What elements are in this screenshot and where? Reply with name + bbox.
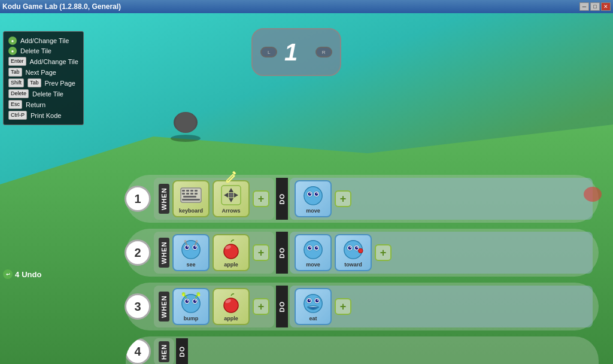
see-kodu-svg (180, 238, 202, 260)
eat-icon (302, 292, 324, 314)
menu-label-prev-page: Prev Page (45, 80, 75, 87)
svg-rect-10 (183, 196, 196, 198)
menu-prev-page[interactable]: Shift Tab Prev Page (8, 78, 78, 87)
see-tile-label: see (186, 262, 195, 268)
menu-add-change-1[interactable]: ● Add/Change Tile (8, 37, 78, 45)
menu-delete-tile[interactable]: Delete Delete Tile (8, 89, 78, 98)
undo-count: 4 (15, 270, 19, 279)
controller-left: L (260, 47, 277, 57)
svg-point-31 (195, 246, 196, 247)
when-add-btn-1[interactable]: + (253, 190, 269, 207)
eat-tile[interactable]: eat (295, 288, 332, 325)
menu-print-kode[interactable]: Ctrl-P Print Kode (8, 111, 78, 120)
undo-indicator[interactable]: ↩ 4 Undo (3, 269, 41, 279)
toward-tile-label: toward (344, 262, 362, 268)
svg-point-29 (193, 245, 197, 249)
toward-svg (342, 238, 365, 260)
toward-tile[interactable]: toward (335, 234, 372, 271)
svg-point-72 (315, 299, 319, 302)
controller-right: R (315, 47, 332, 57)
arrows-tile-label: Arrows (221, 208, 240, 214)
pencil-icon (224, 170, 239, 184)
bump-tile-label: bump (184, 316, 199, 321)
keyboard-tile-label: keyboard (179, 208, 203, 214)
do-separator-2: DO (276, 232, 288, 274)
svg-point-49 (355, 246, 359, 250)
bump-icon: ✦ ✦ (180, 292, 202, 314)
move-kodu-icon (302, 184, 324, 207)
controller-number: 1 (281, 34, 311, 71)
svg-rect-11 (182, 199, 200, 201)
do-label-3: DO (278, 301, 286, 313)
row-number-4: 4 (126, 338, 151, 364)
svg-point-51 (357, 247, 358, 248)
svg-point-71 (308, 299, 311, 302)
svg-point-73 (309, 299, 310, 301)
close-button[interactable]: ✕ (601, 2, 611, 11)
when-add-btn-2[interactable]: + (253, 244, 269, 261)
do-separator-4: DO (176, 338, 188, 365)
when-label-2: WHEN (159, 238, 169, 268)
menu-add-change-enter[interactable]: Enter Add/Change Tile (8, 57, 78, 66)
svg-rect-3 (186, 190, 189, 192)
kodu-shadow (171, 135, 201, 142)
enter-key: Enter (8, 57, 26, 66)
svg-point-74 (317, 299, 318, 301)
svg-rect-9 (195, 193, 198, 195)
kodu-body (174, 112, 198, 133)
move-tile-2[interactable]: move (295, 234, 332, 271)
when-section-1: WHEN (154, 178, 274, 220)
window-title: Kodu Game Lab (1.2.88.0, General) (2, 2, 121, 11)
move-tile-1[interactable]: move (295, 180, 332, 217)
tab-key-2: Tab (28, 78, 41, 87)
svg-rect-4 (190, 190, 193, 192)
minimize-button[interactable]: ─ (579, 2, 589, 11)
svg-point-30 (187, 246, 188, 247)
svg-point-35 (196, 240, 198, 242)
row-number-2: 2 (125, 239, 151, 266)
svg-point-59 (195, 300, 196, 301)
menu-label-next-page: Next Page (26, 69, 56, 76)
apple-tile-2[interactable]: apple (213, 234, 250, 271)
bump-svg: ✦ ✦ (180, 292, 202, 314)
do-separator-1: DO (276, 178, 288, 220)
apple-tile-label-2: apple (224, 262, 238, 268)
ctrlp-key: Ctrl-P (8, 111, 27, 120)
do-add-btn-2[interactable]: + (375, 244, 392, 261)
menu-return[interactable]: Esc Return (8, 100, 78, 109)
menu-label-add-change-1: Add/Change Tile (20, 37, 69, 44)
svg-point-44 (317, 247, 318, 248)
menu-label-add-change-enter: Add/Change Tile (30, 58, 78, 65)
do-add-btn-1[interactable]: + (335, 190, 351, 207)
see-tile[interactable]: see (172, 234, 210, 271)
controller-shape: L 1 R (251, 28, 341, 76)
when-add-btn-3[interactable]: + (253, 298, 269, 315)
program-row-3: 3 WHEN (126, 283, 599, 330)
apple-tile-3[interactable]: apple (213, 288, 250, 325)
svg-text:✦: ✦ (197, 293, 201, 299)
menu-delete-1[interactable]: ● Delete Tile (8, 47, 78, 55)
svg-rect-5 (195, 190, 198, 192)
program-rows: 1 WHEN (126, 175, 599, 364)
do-add-btn-3[interactable]: + (335, 298, 351, 315)
keyboard-icon (180, 184, 202, 207)
tab-key: Tab (8, 68, 22, 77)
undo-label: Undo (22, 270, 41, 279)
when-label-3: WHEN (159, 292, 169, 321)
svg-point-56 (186, 299, 189, 303)
when-label-1: WHEN (159, 184, 169, 214)
green-key-2: ● (8, 47, 17, 55)
when-section-4: HEN (154, 338, 174, 365)
menu-next-page[interactable]: Tab Next Page (8, 68, 78, 77)
toward-icon (342, 238, 365, 260)
keyboard-tile[interactable]: keyboard (172, 180, 210, 217)
maximize-button[interactable]: □ (590, 2, 600, 11)
bump-tile[interactable]: ✦ ✦ bump (172, 288, 210, 325)
delete-key: Delete (8, 89, 29, 98)
arrows-icon (220, 184, 242, 207)
keyboard-svg (180, 187, 202, 203)
eat-svg (302, 292, 324, 314)
svg-point-50 (350, 247, 351, 248)
do-separator-3: DO (276, 286, 288, 327)
svg-point-21 (308, 192, 311, 196)
